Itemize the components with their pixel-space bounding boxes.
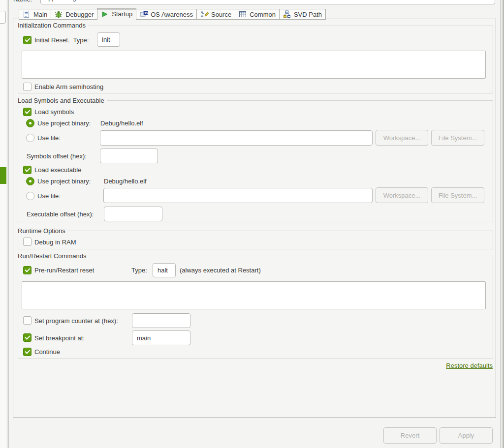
- symbols-filesystem-button[interactable]: File System...: [431, 130, 484, 146]
- restore-defaults-link[interactable]: Restore defaults: [446, 362, 493, 369]
- symbols-project-binary-radio[interactable]: [26, 119, 34, 127]
- load-symbols-checkbox[interactable]: [23, 108, 32, 116]
- document-icon: [23, 10, 31, 18]
- debug-in-ram-checkbox[interactable]: [23, 238, 32, 246]
- set-pc-label: Set program counter at (hex):: [34, 317, 118, 325]
- symbols-use-file-radio[interactable]: [26, 134, 34, 142]
- revert-button[interactable]: Revert: [383, 427, 437, 444]
- continue-label: Continue: [34, 348, 60, 356]
- tab-label: Source: [211, 11, 231, 18]
- symbols-workspace-button[interactable]: Workspace...: [376, 130, 428, 146]
- tab-label: OS Awareness: [151, 11, 193, 18]
- initial-reset-label: Initial Reset. Type:: [34, 36, 89, 44]
- prerun-reset-label: Pre-run/Restart reset: [34, 267, 94, 274]
- load-legend: Load Symbols and Executable: [18, 97, 107, 104]
- svg-text:OS: OS: [144, 11, 149, 15]
- tab-common[interactable]: Common: [235, 9, 280, 20]
- symbols-offset-label: Symbols offset (hex):: [27, 152, 87, 160]
- tree-selection-highlight[interactable]: [0, 167, 6, 184]
- apply-button[interactable]: Apply: [440, 427, 493, 444]
- init-commands-textarea[interactable]: [22, 51, 486, 79]
- prerun-type-input[interactable]: [153, 263, 176, 277]
- load-symbols-label: Load symbols: [34, 108, 74, 116]
- tab-label: SVD Path: [294, 11, 322, 18]
- exec-workspace-button[interactable]: Workspace...: [376, 187, 428, 203]
- exec-use-file-label: Use file:: [37, 192, 61, 200]
- exec-filesystem-button[interactable]: File System...: [431, 187, 484, 203]
- tab-main[interactable]: Main: [19, 9, 51, 20]
- name-label: Name:: [13, 0, 32, 3]
- name-row: Name:: [9, 0, 500, 6]
- tab-debugger[interactable]: Debugger: [51, 9, 97, 20]
- set-pc-input[interactable]: [132, 313, 190, 328]
- exec-project-binary-radio[interactable]: [26, 177, 34, 185]
- initial-reset-checkbox[interactable]: [23, 36, 32, 44]
- tab-label: Startup: [112, 10, 132, 18]
- symbols-file-input[interactable]: [100, 130, 373, 146]
- symbols-project-binary-label: Use project binary:: [37, 119, 91, 127]
- exec-file-input[interactable]: [103, 188, 373, 203]
- runtime-frame: [18, 231, 493, 249]
- exec-use-file-radio[interactable]: [26, 192, 34, 200]
- tab-bar: Main Debugger Startup OS OS Awareness So…: [19, 7, 326, 20]
- run-restart-legend: Run/Restart Commands: [18, 252, 89, 260]
- set-pc-checkbox[interactable]: [23, 316, 32, 325]
- prerun-reset-checkbox[interactable]: [23, 266, 32, 274]
- launch-config-tree-pane: [0, 0, 6, 448]
- prerun-type-note: (always executed at Restart): [180, 267, 261, 274]
- load-frame: [18, 100, 493, 222]
- init-commands-legend: Initialization Commands: [18, 22, 88, 29]
- source-lookup-icon: [200, 10, 209, 18]
- tab-svd-path[interactable]: SVD Path: [279, 9, 326, 20]
- tab-label: Main: [33, 11, 47, 18]
- hierarchy-icon: [283, 10, 291, 18]
- tab-os-awareness[interactable]: OS OS Awareness: [136, 9, 197, 20]
- tab-label: Debugger: [65, 11, 94, 18]
- initial-reset-type-input[interactable]: [97, 32, 120, 47]
- os-monitor-icon: OS: [140, 10, 148, 18]
- bug-icon: [55, 10, 63, 18]
- symbols-use-file-label: Use file:: [37, 134, 61, 142]
- set-breakpoint-checkbox[interactable]: [23, 333, 32, 342]
- set-breakpoint-label: Set breakpoint at:: [34, 334, 85, 342]
- semihosting-checkbox[interactable]: [23, 83, 32, 91]
- prerun-type-label: Type:: [131, 267, 147, 274]
- semihosting-label: Enable Arm semihosting: [34, 83, 103, 90]
- filter-box-partial[interactable]: [0, 11, 6, 24]
- tab-label: Common: [250, 11, 276, 18]
- load-executable-label: Load executable: [34, 166, 81, 174]
- load-executable-checkbox[interactable]: [23, 166, 32, 174]
- play-icon: [101, 10, 109, 18]
- tab-startup[interactable]: Startup: [97, 8, 136, 20]
- name-input[interactable]: [40, 0, 495, 4]
- continue-checkbox[interactable]: [23, 348, 32, 356]
- run-commands-textarea[interactable]: [22, 281, 486, 309]
- tab-source[interactable]: Source: [196, 9, 235, 20]
- symbols-offset-input[interactable]: [100, 149, 158, 163]
- set-breakpoint-input[interactable]: [132, 330, 190, 345]
- debug-in-ram-label: Debug in RAM: [34, 239, 76, 246]
- exec-project-binary-value: Debug/hello.elf: [104, 178, 147, 185]
- runtime-legend: Runtime Options: [18, 227, 68, 235]
- pane-sash[interactable]: [7, 0, 9, 448]
- exec-offset-label: Executable offset (hex):: [27, 210, 94, 218]
- exec-project-binary-label: Use project binary:: [37, 178, 91, 185]
- table-icon: [239, 10, 247, 18]
- symbols-project-binary-value: Debug/hello.elf: [100, 119, 143, 127]
- exec-offset-input[interactable]: [104, 207, 162, 221]
